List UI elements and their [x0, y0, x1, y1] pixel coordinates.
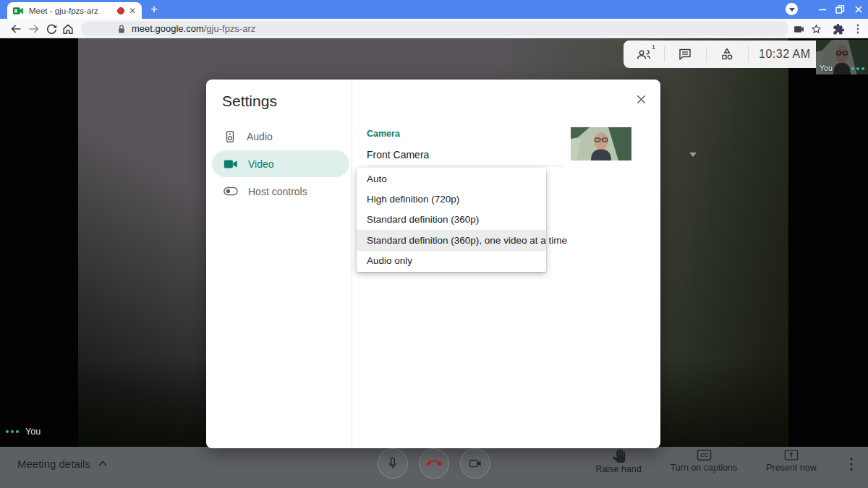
- window-restore-button[interactable]: [834, 0, 846, 19]
- tab-title: Meet - gju-fpzs-arz: [29, 7, 114, 15]
- selfview-name-label: You: [820, 64, 833, 72]
- url-domain: meet.google.com: [132, 23, 204, 34]
- hang-up-icon: [426, 455, 442, 471]
- raise-hand-icon: [612, 449, 626, 463]
- sidebar-item-video[interactable]: Video: [212, 150, 349, 177]
- main-participant-label: You: [6, 427, 41, 437]
- settings-dialog: Settings Audio Video Host controls Camer…: [206, 80, 660, 448]
- raise-hand-button[interactable]: Raise hand: [575, 449, 662, 474]
- url-path: /gju-fpzs-arz: [204, 23, 256, 34]
- reload-button[interactable]: [44, 22, 59, 36]
- present-now-label: Present now: [766, 463, 816, 473]
- sidebar-item-label: Video: [248, 158, 274, 170]
- raise-hand-label: Raise hand: [595, 464, 641, 474]
- url-text: meet.google.com/gju-fpzs-arz: [132, 23, 255, 34]
- back-button[interactable]: [9, 22, 23, 36]
- chevron-up-icon: [98, 460, 108, 467]
- bookmark-star-icon[interactable]: [809, 22, 823, 36]
- activities-button[interactable]: [718, 46, 736, 63]
- lock-icon[interactable]: [117, 24, 126, 34]
- dropdown-option[interactable]: Audio only: [357, 251, 546, 271]
- sidebar-item-audio[interactable]: Audio: [212, 123, 349, 150]
- resolution-dropdown: Auto High definition (720p) Standard def…: [357, 168, 546, 272]
- sidebar-item-host-controls[interactable]: Host controls: [212, 178, 349, 205]
- new-tab-button[interactable]: +: [146, 1, 162, 17]
- participant-name: You: [25, 427, 41, 437]
- dropdown-arrow-icon: [689, 153, 697, 157]
- camera-select-value: Front Camera: [367, 149, 429, 160]
- captions-label: Turn on captions: [671, 463, 738, 473]
- window-close-button[interactable]: [853, 0, 864, 19]
- browser-titlebar: Meet - gju-fpzs-arz ✕ +: [0, 0, 868, 19]
- dropdown-option[interactable]: High definition (720p): [357, 189, 546, 209]
- selfview-thumbnail[interactable]: You: [816, 40, 868, 74]
- screen: Meet - gju-fpzs-arz ✕ +: [0, 0, 868, 488]
- tab-close-icon[interactable]: ✕: [129, 7, 136, 15]
- camera-icon: [468, 456, 482, 471]
- microphone-icon: [386, 456, 400, 471]
- camera-in-use-icon[interactable]: [791, 22, 806, 36]
- close-icon[interactable]: [633, 91, 649, 107]
- more-options-button[interactable]: [846, 454, 856, 474]
- camera-off-button[interactable]: [460, 448, 490, 479]
- dialog-title: Settings: [222, 93, 277, 110]
- caret-down-icon: [789, 8, 795, 12]
- dropdown-option-highlighted[interactable]: Standard definition (360p), one video at…: [357, 230, 546, 250]
- mute-microphone-button[interactable]: [378, 448, 408, 479]
- sidebar-item-label: Host controls: [248, 186, 307, 197]
- leave-call-button[interactable]: [419, 448, 449, 479]
- meeting-details-label: Meeting details: [17, 458, 90, 470]
- settings-sidebar: Settings Audio Video Host controls: [206, 80, 352, 448]
- media-recording-indicator-icon: [117, 7, 124, 14]
- dropdown-option[interactable]: Standard definition (360p): [357, 210, 546, 230]
- chat-button[interactable]: [676, 46, 694, 63]
- camera-preview: [571, 127, 631, 160]
- meet-bottom-bar: Meeting details Raise hand CC Turn on ca…: [0, 447, 868, 488]
- present-icon: [784, 449, 799, 461]
- window-minimize-button[interactable]: [817, 0, 828, 19]
- videocam-icon: [224, 158, 238, 170]
- participants-button[interactable]: 1: [635, 46, 652, 63]
- browser-menu-icon[interactable]: [851, 22, 865, 36]
- divider: [706, 46, 707, 62]
- browser-toolbar: meet.google.com/gju-fpzs-arz: [0, 19, 868, 38]
- home-button[interactable]: [61, 22, 75, 36]
- cc-glyph: CC: [700, 453, 707, 458]
- camera-section-label: Camera: [367, 129, 400, 139]
- camera-select[interactable]: Front Camera: [367, 143, 563, 166]
- forward-button[interactable]: [27, 22, 41, 36]
- meet-favicon-icon: [13, 7, 23, 15]
- divider: [748, 46, 749, 62]
- selfview-volume-indicator-icon: [851, 67, 864, 70]
- url-bar[interactable]: meet.google.com/gju-fpzs-arz: [81, 21, 788, 36]
- captions-button[interactable]: CC Turn on captions: [660, 449, 747, 473]
- captions-icon: CC: [697, 449, 712, 461]
- speaker-icon: [224, 130, 237, 143]
- divider: [664, 46, 665, 62]
- browser-tab[interactable]: Meet - gju-fpzs-arz ✕: [7, 2, 142, 19]
- toggle-icon: [224, 187, 238, 196]
- sidebar-item-label: Audio: [247, 131, 273, 142]
- meeting-details-button[interactable]: Meeting details: [17, 447, 108, 480]
- extension-puzzle-icon[interactable]: [831, 22, 846, 36]
- dropdown-option[interactable]: Auto: [357, 168, 546, 189]
- volume-indicator-icon: [6, 430, 19, 433]
- present-now-button[interactable]: Present now: [748, 449, 835, 473]
- window-profile-button[interactable]: [786, 3, 798, 15]
- clock-time: 10:32 AM: [759, 48, 811, 61]
- participants-count-badge: 1: [652, 43, 655, 51]
